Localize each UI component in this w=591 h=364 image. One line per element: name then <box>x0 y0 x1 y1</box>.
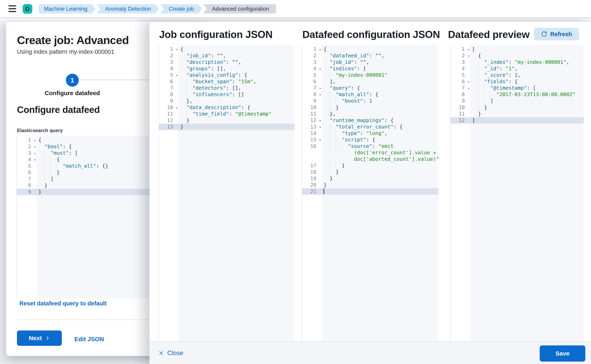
fold-arrow-icon[interactable]: ▾ <box>319 117 321 124</box>
code-line: 12 } <box>159 117 294 124</box>
line-number: 21 <box>302 188 322 195</box>
edit-json-link[interactable]: Edit JSON <box>74 336 104 343</box>
code-line: 10 } <box>302 104 438 111</box>
indent-guide <box>330 91 336 98</box>
indent-guide <box>186 78 193 85</box>
fold-arrow-icon[interactable]: ▾ <box>468 85 470 91</box>
fold-arrow-icon[interactable]: ▾ <box>319 66 321 72</box>
code-line: 10 } <box>451 104 584 111</box>
screen: D Machine Learning Anomaly Detection Cre… <box>0 0 591 364</box>
line-number: 12 <box>159 117 178 124</box>
line-number: 1▾ <box>17 137 36 143</box>
fold-arrow-icon[interactable]: ▾ <box>468 78 470 85</box>
indent-guide <box>51 156 57 163</box>
indent-guide <box>186 85 193 91</box>
code-line: 7▾ "@timestamp": [ <box>451 85 584 91</box>
breadcrumb-machine-learning[interactable]: Machine Learning <box>39 4 96 13</box>
code-line: 13} <box>159 124 294 130</box>
indent-guide <box>186 91 193 98</box>
breadcrumb-anomaly-detection[interactable]: Anomaly Detection <box>97 4 159 13</box>
fold-arrow-icon[interactable]: ▾ <box>34 150 36 156</box>
code-line: 12] <box>451 117 584 124</box>
line-number: 20 <box>302 182 322 188</box>
section-heading: Configure datafeed <box>17 104 100 115</box>
code-line: 8 "2017-03-23T13:00:00.000Z" <box>451 91 584 98</box>
datafeed-preview-editor[interactable]: 1▾[2▾ {3 "_index": "my-index-000001",4 "… <box>450 45 584 341</box>
fold-arrow-icon[interactable]: ▾ <box>34 137 36 144</box>
line-number: 8▾ <box>302 91 322 98</box>
indent-guide <box>330 130 336 136</box>
code-line: 8▾ "match_all": { <box>302 91 438 98</box>
indent-guide <box>330 98 336 104</box>
fold-arrow-icon[interactable]: ▾ <box>176 46 178 53</box>
fold-arrow-icon[interactable]: ▾ <box>34 156 36 163</box>
code-line: 2▾ { <box>451 52 584 59</box>
code-line: 20} <box>302 182 438 188</box>
line-number: 5 <box>451 72 470 78</box>
fold-arrow-icon[interactable]: ▾ <box>34 144 36 150</box>
line-number: 9 <box>451 98 470 104</box>
breadcrumb: Machine Learning Anomaly Detection Creat… <box>39 4 277 13</box>
indent-guide <box>478 98 484 104</box>
line-number <box>302 156 322 162</box>
fold-arrow-icon[interactable]: ▾ <box>176 72 178 78</box>
fold-arrow-icon[interactable]: ▾ <box>319 91 321 98</box>
page-title: Create job: Advanced <box>17 33 129 47</box>
fold-arrow-icon[interactable]: ▾ <box>468 46 470 53</box>
save-button[interactable]: Save <box>540 345 585 362</box>
close-button[interactable]: Close <box>158 347 183 359</box>
page-subtitle: Using index pattern my-index-000001 <box>17 48 114 55</box>
chevron-right-icon <box>45 336 50 341</box>
job-configuration-editor[interactable]: 1▾{2 "job_id": "",3 "description": "",4 … <box>158 45 294 341</box>
code-line: 7 "detectors": [], <box>159 85 294 91</box>
indent-guide <box>478 59 484 65</box>
space-avatar[interactable]: D <box>23 4 32 14</box>
line-number: 2▾ <box>17 143 36 150</box>
code-line: 4 "groups": [], <box>159 65 294 72</box>
line-number: 7 <box>17 176 36 182</box>
datafeed-preview-title: Datafeed preview <box>448 29 529 40</box>
indent-guide <box>490 91 496 98</box>
code-line: 1▾{ <box>159 46 294 52</box>
line-number: 18 <box>302 169 322 175</box>
line-number: 3 <box>302 59 322 65</box>
line-number: 10 <box>451 104 470 111</box>
fold-arrow-icon[interactable]: ▾ <box>319 85 321 91</box>
line-number: 6 <box>302 78 322 85</box>
job-configuration-title: Job configuration JSON <box>159 29 273 40</box>
menu-icon[interactable] <box>8 5 16 12</box>
next-button-label: Next <box>29 335 42 342</box>
reset-query-link[interactable]: Reset datafeed query to default <box>19 300 107 307</box>
fold-arrow-icon[interactable]: ▾ <box>319 137 321 143</box>
datafeed-configuration-editor[interactable]: 1▾{2 "datafeed_id": "",3 "job_id": "",4▾… <box>302 45 438 341</box>
fold-arrow-icon[interactable]: ▾ <box>468 53 470 59</box>
indent-guide <box>336 98 342 104</box>
code-line: 1▾{ <box>302 46 438 52</box>
breadcrumb-create-job[interactable]: Create job <box>160 4 202 13</box>
code-line: 17 } <box>302 162 438 169</box>
fold-arrow-icon[interactable]: ▾ <box>319 46 321 53</box>
datafeed-configuration-title: Datafeed configuration JSON <box>302 29 440 40</box>
code-line: 9 }, <box>159 98 294 104</box>
step-1-circle[interactable]: 1 <box>66 74 79 87</box>
fold-arrow-icon[interactable]: ▾ <box>319 124 321 130</box>
step-1-label: Configure datafeed <box>32 90 113 97</box>
refresh-button[interactable]: Refresh <box>534 28 579 40</box>
line-number: 13▾ <box>302 124 322 130</box>
line-number: 3▾ <box>17 150 36 156</box>
text-cursor <box>324 189 324 194</box>
next-button[interactable]: Next <box>17 331 62 346</box>
line-number: 13 <box>159 124 178 130</box>
flyout-footer: Close Save <box>149 341 591 364</box>
line-number: 9 <box>159 98 178 104</box>
code-line: 11 "time_field": "@timestamp" <box>159 111 294 117</box>
indent-guide <box>330 162 336 169</box>
fold-arrow-icon[interactable]: ▾ <box>176 104 178 111</box>
code-line: 5 "_score": 2, <box>451 72 584 78</box>
indent-guide <box>45 150 51 156</box>
line-number: 14 <box>302 130 322 136</box>
line-number: 8 <box>159 91 178 98</box>
code-line: 12▾ "runtime_mappings": { <box>302 117 438 124</box>
indent-guide <box>330 169 336 175</box>
line-number: 7 <box>159 85 178 91</box>
